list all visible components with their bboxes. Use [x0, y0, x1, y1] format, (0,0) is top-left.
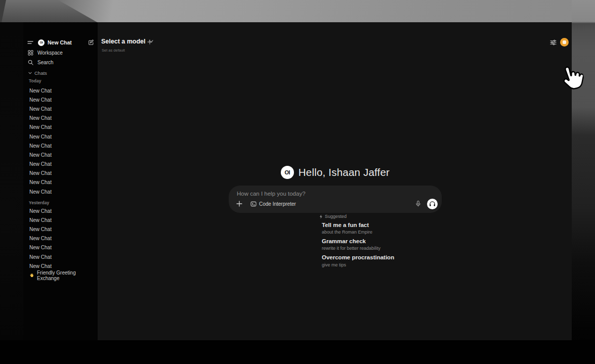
chat-title: New Chat: [29, 263, 52, 269]
sidebar-item-workspace[interactable]: Workspace: [27, 49, 95, 57]
app-logo: OI: [281, 166, 294, 179]
chat-title: New Chat: [29, 134, 52, 140]
chat-list-item[interactable]: New Chat: [23, 234, 98, 243]
chat-list-item[interactable]: New Chat: [23, 224, 98, 234]
suggestion-title: Tell me a fun fact: [322, 222, 484, 229]
suggestion-subtitle: rewrite it for better readability: [322, 246, 484, 251]
chat-group-label-yesterday: Yesterday: [29, 200, 49, 205]
bolt-icon: [319, 214, 323, 219]
chats-section-label: Chats: [34, 70, 47, 76]
chat-title: New Chat: [29, 245, 52, 250]
chat-title: New Chat: [29, 170, 52, 176]
chat-title: New Chat: [29, 208, 52, 214]
hero-greeting: OI Hello, Ishaan Jaffer: [229, 165, 442, 179]
chat-list-item[interactable]: New Chat: [23, 150, 98, 159]
sidebar-title: New Chat: [48, 39, 72, 46]
suggested-label: Suggested: [325, 214, 347, 219]
chat-title: New Chat: [29, 106, 52, 112]
chat-title: Friendly Greeting Exchange: [37, 270, 98, 281]
model-selector[interactable]: Select a model: [101, 38, 153, 45]
desktop-background: OI New Chat Workspace Search: [0, 0, 595, 364]
backdrop-bottom: [0, 340, 595, 364]
chat-list-item[interactable]: New Chat: [23, 187, 98, 196]
app-window: OI New Chat Workspace Search: [23, 22, 572, 340]
suggestion-subtitle: give me tips: [322, 262, 484, 267]
chat-title: New Chat: [29, 115, 52, 121]
topbar-actions: [550, 38, 569, 47]
model-selector-label: Select a model: [101, 38, 146, 45]
attach-plus-icon[interactable]: [236, 201, 242, 207]
main-area: Select a model Set as default OI Hello, …: [98, 22, 572, 340]
message-input[interactable]: How can I help you today?: [237, 191, 306, 197]
chat-title: New Chat: [29, 226, 52, 232]
chat-list-item[interactable]: New Chat: [23, 132, 98, 141]
search-label: Search: [37, 60, 54, 65]
chat-list-item-friendly-greeting[interactable]: Friendly Greeting Exchange: [23, 271, 98, 280]
chat-list-item[interactable]: New Chat: [23, 86, 98, 95]
chat-list-item[interactable]: New Chat: [23, 206, 98, 215]
chat-title: New Chat: [29, 124, 52, 130]
suggestion-item[interactable]: Tell me a fun fact about the Roman Empir…: [322, 222, 484, 235]
set-as-default-link[interactable]: Set as default: [102, 48, 125, 53]
chat-list-item[interactable]: New Chat: [23, 104, 98, 113]
chats-section-header[interactable]: Chats: [28, 70, 47, 76]
chat-title: New Chat: [29, 236, 52, 241]
code-interpreter-button[interactable]: Code Interpreter: [250, 201, 296, 207]
chat-title: New Chat: [29, 254, 52, 260]
suggestion-subtitle: about the Roman Empire: [322, 230, 484, 235]
chat-list-item[interactable]: New Chat: [23, 215, 98, 224]
app-logo: OI: [38, 39, 45, 46]
greeting-text: Hello, Ishaan Jaffer: [299, 166, 390, 178]
code-interpreter-label: Code Interpreter: [259, 201, 296, 207]
message-composer: How can I help you today? Code Interpret…: [229, 186, 442, 213]
suggestion-title: Grammar check: [322, 238, 484, 245]
chat-list-item[interactable]: New Chat: [23, 160, 98, 169]
chevron-down-icon: [28, 72, 32, 74]
chat-title: New Chat: [29, 97, 52, 103]
sidebar-item-search[interactable]: Search: [27, 58, 95, 66]
workspace-label: Workspace: [37, 50, 63, 56]
workspace-grid-icon: [28, 50, 33, 56]
chat-list-today: New ChatNew ChatNew ChatNew ChatNew Chat…: [23, 86, 98, 196]
chat-group-label-today: Today: [29, 78, 41, 83]
chat-list-item[interactable]: New Chat: [23, 95, 98, 104]
chat-title: New Chat: [29, 179, 52, 185]
chat-list-item[interactable]: New Chat: [23, 252, 98, 261]
chat-title: New Chat: [29, 143, 52, 149]
new-chat-pencil-icon[interactable]: [88, 39, 94, 46]
sidebar-toggle-icon[interactable]: [27, 40, 33, 45]
add-model-plus-icon[interactable]: [147, 39, 152, 44]
microphone-icon[interactable]: [415, 200, 421, 207]
composer-toolbar: Code Interpreter: [234, 198, 438, 209]
suggestion-item[interactable]: Overcome procrastination give me tips: [322, 254, 484, 267]
suggestion-title: Overcome procrastination: [322, 254, 484, 261]
chat-list-item[interactable]: New Chat: [23, 178, 98, 187]
suggested-header: Suggested: [319, 214, 347, 219]
sidebar: OI New Chat Workspace Search: [23, 22, 98, 340]
chat-list-yesterday: New ChatNew ChatNew ChatNew ChatNew Chat…: [23, 206, 98, 270]
chat-title: New Chat: [29, 152, 52, 158]
headphones-icon: [429, 201, 436, 207]
wave-hand-icon: [29, 273, 34, 278]
chat-list-item[interactable]: New Chat: [23, 169, 98, 178]
chat-list-item[interactable]: New Chat: [23, 261, 98, 270]
adjustments-icon[interactable]: [550, 39, 557, 46]
user-avatar[interactable]: [560, 38, 569, 47]
code-interpreter-icon: [250, 201, 257, 207]
voice-mode-button[interactable]: [427, 199, 438, 209]
chat-list-item[interactable]: New Chat: [23, 123, 98, 132]
suggestion-item[interactable]: Grammar check rewrite it for better read…: [322, 238, 484, 251]
backdrop-right: [572, 0, 595, 364]
chat-title: New Chat: [29, 161, 52, 167]
chat-title: New Chat: [29, 88, 52, 94]
suggestion-list: Tell me a fun fact about the Roman Empir…: [322, 222, 484, 271]
chat-title: New Chat: [29, 217, 52, 223]
backdrop-top: [0, 0, 595, 22]
search-icon: [28, 60, 33, 65]
sidebar-header: OI New Chat: [27, 37, 94, 48]
chat-list-item[interactable]: New Chat: [23, 114, 98, 123]
chat-list-item[interactable]: New Chat: [23, 141, 98, 150]
backdrop-left: [0, 22, 23, 340]
chat-list-item[interactable]: New Chat: [23, 243, 98, 252]
chat-title: New Chat: [29, 189, 52, 195]
